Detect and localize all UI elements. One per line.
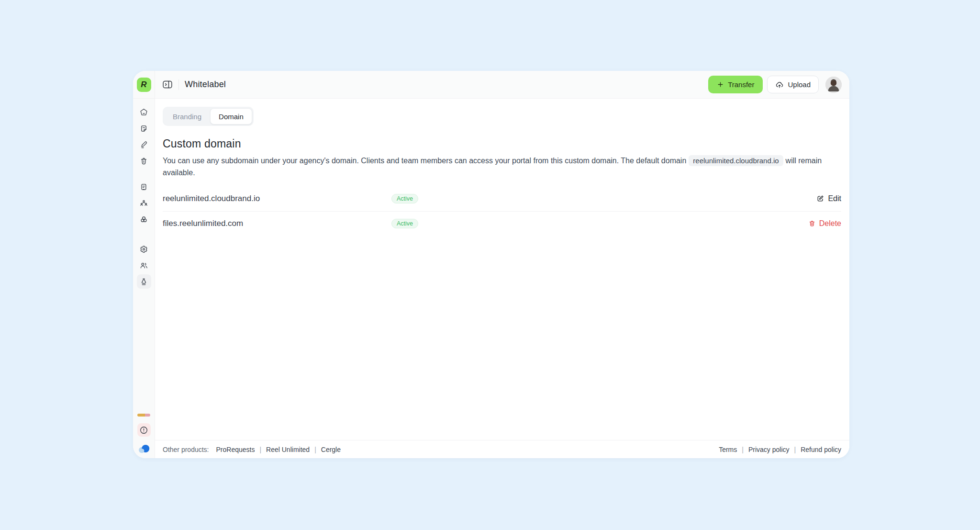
sidebar-item-community[interactable] <box>137 196 151 210</box>
transfer-button[interactable]: Transfer <box>708 76 763 93</box>
other-products-label: Other products: <box>163 446 209 453</box>
section-heading: Custom domain <box>163 137 841 150</box>
footer-separator: | <box>314 446 316 453</box>
sidebar-item-integrations[interactable] <box>137 212 151 226</box>
overlapping-circles-icon <box>139 215 148 224</box>
sidebar-item-team[interactable] <box>137 258 151 272</box>
domain-row: reelunlimited.cloudbrand.io Active Edit <box>163 186 841 211</box>
app-logo-letter: R <box>141 80 146 90</box>
upload-button[interactable]: Upload <box>767 76 819 93</box>
delete-trash-icon <box>808 220 816 227</box>
main-area: Whitelabel Transfer Upload <box>155 71 849 458</box>
edit-domain-button[interactable]: Edit <box>816 194 841 203</box>
users-icon <box>139 261 148 270</box>
gear-icon <box>139 245 148 254</box>
section-description: You can use any subdomain under your age… <box>163 155 841 179</box>
transfer-button-label: Transfer <box>728 80 754 89</box>
domain-name: reelunlimited.cloudbrand.io <box>163 194 391 203</box>
sidebar: R <box>133 71 155 458</box>
edit-label: Edit <box>828 194 841 203</box>
app-logo[interactable]: R <box>137 78 151 92</box>
status-badge: Active <box>391 194 418 203</box>
sidebar-item-whitelabel[interactable] <box>137 274 151 289</box>
sidebar-toggle-button[interactable] <box>162 79 173 90</box>
sidebar-item-notes[interactable] <box>137 121 151 135</box>
footer: Other products: ProRequests | Reel Unlim… <box>155 440 849 458</box>
cloud-upload-icon <box>775 80 784 89</box>
domain-list: reelunlimited.cloudbrand.io Active Edit … <box>163 186 841 236</box>
delete-label: Delete <box>819 219 841 228</box>
alerts-button[interactable] <box>137 423 151 437</box>
app-window: R <box>133 71 849 458</box>
sidebar-nav <box>137 105 151 414</box>
content-area: Branding Domain Custom domain You can us… <box>155 99 849 440</box>
avatar-photo <box>825 77 842 93</box>
header-divider <box>178 79 179 90</box>
domain-row: files.reelunlimited.com Active Delete <box>163 211 841 236</box>
sidebar-bottom <box>137 414 151 458</box>
domain-name: files.reelunlimited.com <box>163 219 391 228</box>
sidebar-item-invoices[interactable] <box>137 180 151 194</box>
default-domain-chip: reelunlimited.cloudbrand.io <box>689 155 783 166</box>
note-icon <box>139 124 148 133</box>
footer-link-refund-policy[interactable]: Refund policy <box>801 446 841 453</box>
user-avatar[interactable] <box>825 77 842 93</box>
plus-icon <box>717 81 724 88</box>
footer-separator: | <box>259 446 261 453</box>
whitelabel-brush-icon <box>139 277 148 286</box>
footer-separator: | <box>794 446 796 453</box>
footer-link-terms[interactable]: Terms <box>719 446 737 453</box>
panel-toggle-icon <box>162 80 173 89</box>
cloudbrand-logo[interactable] <box>138 444 150 453</box>
footer-link-cergle[interactable]: Cergle <box>321 446 341 453</box>
footer-link-privacy-policy[interactable]: Privacy policy <box>748 446 790 453</box>
status-badge: Active <box>391 219 418 228</box>
team-network-icon <box>139 199 148 208</box>
top-bar: Whitelabel Transfer Upload <box>155 71 849 99</box>
edit-pencil-icon <box>816 194 824 203</box>
description-text-1: You can use any subdomain under your age… <box>163 157 686 165</box>
sidebar-logo-area: R <box>133 71 155 99</box>
footer-legal: Terms | Privacy policy | Refund policy <box>719 446 841 453</box>
pen-icon <box>139 140 148 149</box>
upload-button-label: Upload <box>788 80 811 89</box>
delete-domain-button[interactable]: Delete <box>808 219 841 228</box>
sidebar-item-editor[interactable] <box>137 137 151 152</box>
page-title: Whitelabel <box>185 79 226 90</box>
cloud-logo-icon <box>138 444 150 453</box>
usage-progress-bar <box>137 414 150 417</box>
sidebar-item-home[interactable] <box>137 105 151 119</box>
receipt-icon <box>139 182 148 192</box>
tab-domain[interactable]: Domain <box>210 108 252 124</box>
footer-link-reel-unlimited[interactable]: Reel Unlimited <box>266 446 310 453</box>
footer-separator: | <box>742 446 744 453</box>
tab-group: Branding Domain <box>163 107 254 126</box>
sidebar-item-settings[interactable] <box>137 242 151 256</box>
trash-icon <box>139 157 148 166</box>
tab-branding[interactable]: Branding <box>164 108 210 124</box>
footer-link-prorequests[interactable]: ProRequests <box>216 446 255 453</box>
sidebar-item-trash[interactable] <box>137 154 151 168</box>
home-icon <box>139 108 148 117</box>
alert-circle-icon <box>139 426 148 435</box>
